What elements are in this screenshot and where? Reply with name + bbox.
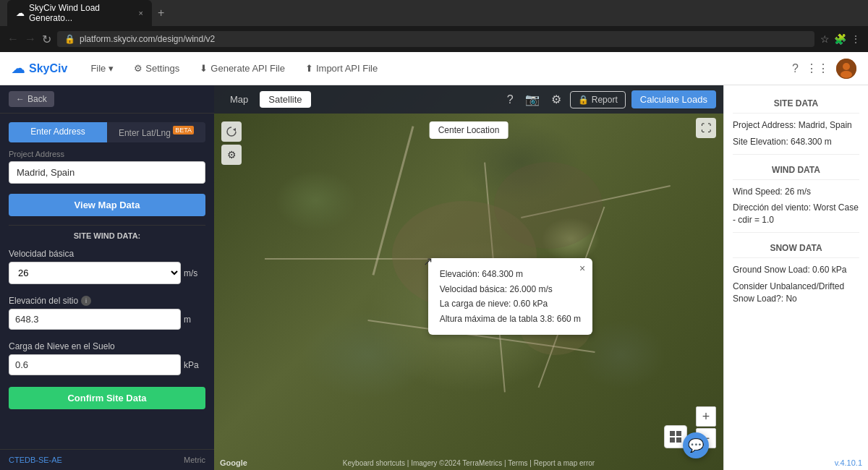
project-address-label: Project Address bbox=[9, 150, 205, 158]
calculate-loads-btn[interactable]: Calculate Loads bbox=[631, 90, 716, 108]
map-settings-control[interactable]: ⚙ bbox=[221, 145, 242, 165]
app-header: ☁ SkyCiv File ▾ ⚙ Settings ⬇ Generate AP… bbox=[0, 52, 868, 85]
project-address-input[interactable] bbox=[9, 161, 205, 184]
elevacion-label-text: Elevación del sitio bbox=[9, 296, 78, 306]
fullscreen-btn[interactable]: ⛶ bbox=[696, 118, 716, 138]
tab-close-btn[interactable]: × bbox=[139, 9, 143, 17]
logo-text: SkyCiv bbox=[29, 62, 67, 75]
generate-api-label: Generate API File bbox=[210, 63, 285, 74]
zoom-in-btn[interactable]: + bbox=[696, 406, 716, 427]
back-label: Back bbox=[27, 94, 47, 104]
wind-speed-display: Wind Speed: 26 m/s bbox=[733, 186, 859, 198]
center-location-label: Center Location bbox=[438, 125, 500, 135]
file-menu-btn[interactable]: File ▾ bbox=[82, 59, 122, 78]
address-section: Enter Address Enter Lat/Lng BETA Project… bbox=[0, 114, 214, 225]
address-tabs: Enter Address Enter Lat/Lng BETA bbox=[9, 122, 205, 142]
site-elevation-display: Site Elevation: 648.300 m bbox=[733, 136, 859, 148]
browser-menu-btn[interactable]: ⋮ bbox=[851, 33, 861, 45]
svg-marker-3 bbox=[233, 128, 236, 132]
generate-api-btn[interactable]: ⬇ Generate API File bbox=[191, 59, 294, 78]
velocidad-unit: m/s bbox=[184, 268, 205, 278]
center-location-btn[interactable]: Center Location bbox=[430, 121, 509, 139]
new-tab-btn[interactable]: + bbox=[158, 7, 164, 20]
address-bar[interactable]: 🔒 platform.skyciv.com/design/wind/v2 bbox=[57, 31, 814, 47]
elevacion-section: Elevación del sitio i m bbox=[0, 290, 214, 336]
elevacion-input[interactable] bbox=[9, 309, 181, 330]
left-panel-footer: CTEDB-SE-AE Metric bbox=[0, 449, 214, 470]
svg-rect-7 bbox=[676, 437, 681, 443]
project-address-display: Project Address: Madrid, Spain bbox=[733, 119, 859, 132]
forward-nav-btn[interactable]: → bbox=[25, 33, 36, 46]
enter-latlng-tab[interactable]: Enter Lat/Lng BETA bbox=[107, 122, 205, 142]
ground-snow-load-display: Ground Snow Load: 0.60 kPa bbox=[733, 264, 859, 276]
attribution-text: Keyboard shortcuts | Imagery ©2024 Terra… bbox=[343, 459, 595, 467]
elevacion-unit: m bbox=[184, 315, 205, 325]
settings-menu-btn[interactable]: ⚙ Settings bbox=[125, 59, 188, 78]
popup-elevation: Elevación: 648.300 m bbox=[440, 267, 581, 281]
elevacion-info-icon[interactable]: i bbox=[81, 296, 91, 306]
logo-icon: ☁ bbox=[12, 61, 25, 77]
snow-divider bbox=[733, 232, 859, 233]
carga-nieve-section: Carga de Nieve en el Suelo kPa bbox=[0, 336, 214, 381]
map-camera-btn[interactable]: 📷 bbox=[522, 90, 542, 109]
velocidad-input-group: 26 27 28 29 30 m/s bbox=[9, 262, 205, 284]
project-address-group: Project Address bbox=[9, 150, 205, 184]
browser-tab-active[interactable]: ☁ SkyCiv Wind Load Generato... × bbox=[7, 0, 152, 26]
generate-api-icon: ⬇ bbox=[200, 63, 208, 74]
map-cursor: ↗ bbox=[423, 255, 433, 268]
enter-address-tab[interactable]: Enter Address bbox=[9, 122, 107, 142]
google-logo: Google bbox=[220, 458, 247, 467]
map-type-tabs: Map Satellite bbox=[221, 91, 311, 108]
snow-data-title: SNOW DATA bbox=[733, 239, 859, 258]
popup-carga-nieve: La carga de nieve: 0.60 kPa bbox=[440, 296, 581, 311]
site-wind-data-label: SITE WIND DATA: bbox=[9, 225, 205, 243]
refresh-nav-btn[interactable]: ↻ bbox=[42, 33, 51, 46]
popup-velocidad: Velocidad básica: 26.000 m/s bbox=[440, 282, 581, 296]
import-api-btn[interactable]: ⬆ Import API File bbox=[297, 59, 386, 78]
left-panel-header: ← Back bbox=[0, 85, 214, 114]
map-type-map[interactable]: Map bbox=[221, 91, 257, 108]
unbalanced-snow-display: Consider Unbalanced/Drifted Snow Load?: … bbox=[733, 281, 859, 305]
bookmark-btn[interactable]: ☆ bbox=[820, 33, 830, 45]
map-type-satellite[interactable]: Satellite bbox=[260, 91, 310, 108]
popup-close-btn[interactable]: × bbox=[579, 262, 585, 274]
header-right: ? ⋮⋮ bbox=[792, 59, 856, 79]
user-avatar[interactable] bbox=[836, 59, 856, 79]
extensions-btn[interactable]: 🧩 bbox=[834, 33, 846, 45]
map-bg[interactable]: ⛶ ⚙ ↗ × Elevación: 648.300 m Ve bbox=[214, 85, 723, 470]
wind-data-title: WIND DATA bbox=[733, 161, 859, 180]
browser-chrome: ☁ SkyCiv Wind Load Generato... × + bbox=[0, 0, 868, 26]
footer-metric-label[interactable]: Metric bbox=[184, 456, 205, 464]
rotate-icon bbox=[226, 126, 237, 137]
svg-rect-4 bbox=[670, 431, 675, 436]
report-btn[interactable]: 🔒 Report bbox=[570, 91, 626, 108]
browser-actions: ☆ 🧩 ⋮ bbox=[820, 33, 861, 45]
svg-rect-5 bbox=[676, 431, 681, 436]
help-btn[interactable]: ? bbox=[792, 62, 799, 75]
map-settings-btn[interactable]: ⚙ bbox=[548, 90, 564, 109]
import-api-label: Import API File bbox=[316, 63, 378, 74]
back-button[interactable]: ← Back bbox=[9, 91, 54, 107]
avatar-img bbox=[836, 59, 856, 79]
tab-title: SkyCiv Wind Load Generato... bbox=[29, 3, 135, 23]
svg-point-1 bbox=[843, 63, 850, 70]
report-label: Report bbox=[592, 95, 618, 105]
logo: ☁ SkyCiv bbox=[12, 61, 67, 77]
apps-grid-btn[interactable]: ⋮⋮ bbox=[806, 61, 829, 75]
file-menu-label: File bbox=[90, 63, 106, 74]
popup-content: Elevación: 648.300 m Velocidad básica: 2… bbox=[440, 267, 581, 326]
back-nav-btn[interactable]: ← bbox=[7, 33, 19, 46]
footer-standard-label[interactable]: CTEDB-SE-AE bbox=[9, 456, 62, 464]
map-help-btn[interactable]: ? bbox=[504, 90, 516, 109]
confirm-site-data-btn[interactable]: Confirm Site Data bbox=[9, 387, 205, 409]
back-arrow-icon: ← bbox=[16, 94, 25, 104]
velocidad-select[interactable]: 26 27 28 29 30 bbox=[9, 262, 181, 284]
carga-nieve-input-group: kPa bbox=[9, 354, 205, 375]
carga-nieve-input[interactable] bbox=[9, 354, 181, 375]
view-map-btn[interactable]: View Map Data bbox=[9, 194, 205, 216]
site-data-title: SITE DATA bbox=[733, 94, 859, 114]
rotate-map-btn[interactable] bbox=[221, 121, 242, 142]
map-attribution: Keyboard shortcuts | Imagery ©2024 Terra… bbox=[343, 459, 595, 467]
elevacion-input-group: m bbox=[9, 309, 205, 330]
chat-widget[interactable]: 💬 bbox=[683, 432, 709, 458]
